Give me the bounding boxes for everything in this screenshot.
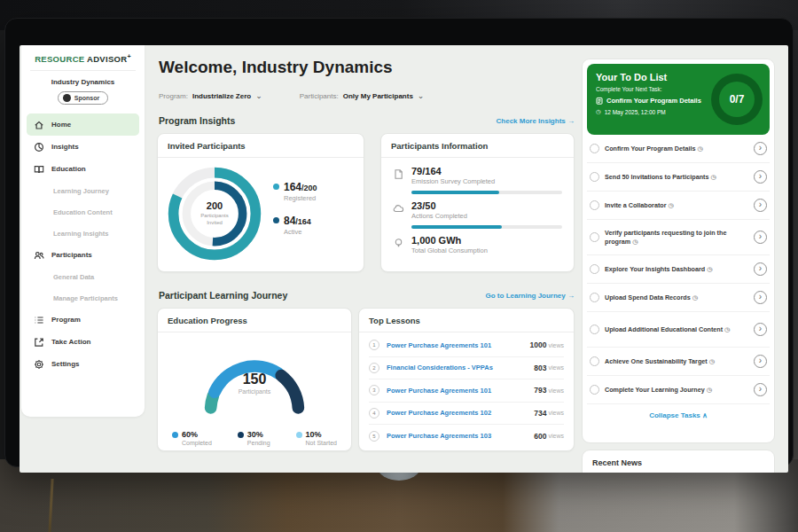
program-select-value: Industrialize Zero (192, 92, 251, 100)
lesson-link[interactable]: Power Purchase Agreements 101 (387, 341, 530, 349)
actions-progressbar (411, 225, 562, 229)
take-action-icon (34, 337, 44, 348)
pending-legend-item: 30% Pending (238, 430, 270, 446)
lesson-link[interactable]: Power Purchase Agreements 103 (387, 432, 534, 440)
clock-icon: ◷ (709, 358, 715, 364)
lesson-link[interactable]: Power Purchase Agreements 102 (387, 409, 534, 417)
task-checkbox[interactable] (590, 264, 599, 274)
todo-task[interactable]: Send 50 Invitations to Participants ◷ › (587, 163, 770, 192)
clock-icon: ◷ (632, 239, 638, 245)
task-checkbox[interactable] (590, 144, 599, 153)
task-go-button[interactable]: › (754, 170, 767, 184)
people-icon (34, 250, 44, 261)
dashboard-screen: RESOURCE ADVISOR+ Industry Dynamics Spon… (20, 45, 788, 473)
collapse-tasks-link[interactable]: Collapse Tasks ∧ (587, 404, 770, 423)
task-checkbox[interactable] (590, 325, 599, 334)
participants-information-title: Participants Information (381, 134, 574, 158)
todo-task[interactable]: Upload Additional Educational Content ◷ … (587, 312, 770, 348)
lesson-rank: 1 (369, 340, 379, 350)
sidebar-item-label: Take Action (51, 338, 90, 346)
chevron-right-icon: › (759, 356, 762, 365)
registered-legend-item: 164/200 Registered (273, 181, 317, 202)
todo-task[interactable]: Complete Your Learning Journey ◷ › (587, 376, 770, 404)
logo-plus: + (127, 53, 130, 59)
task-go-button[interactable]: › (754, 199, 767, 212)
task-go-button[interactable]: › (754, 231, 767, 244)
go-to-learning-journey-link[interactable]: Go to Learning Journey → (486, 292, 575, 300)
org-name: Industry Dynamics (21, 78, 145, 86)
clock-icon: ◷ (692, 294, 698, 301)
lesson-link[interactable]: Power Purchase Agreements 101 (387, 387, 534, 395)
participants-select[interactable]: Participants: Only My Participants ⌄ (300, 91, 425, 100)
education-progress-card: Education Progress 150 Participants 60% … (157, 308, 352, 451)
sidebar-item-learning-journey[interactable]: Learning Journey (21, 180, 145, 201)
monitor-bezel: RESOURCE ADVISOR+ Industry Dynamics Spon… (4, 18, 794, 467)
todo-task[interactable]: Verify participants requesting to join t… (587, 220, 770, 255)
program-select-label: Program: (159, 92, 188, 100)
invited-participants-body: 200 Participants Invited 164/200 Registe… (158, 158, 364, 265)
sidebar-item-label: Learning Journey (53, 187, 109, 195)
lesson-rank: 5 (369, 431, 379, 442)
program-insights-header: Program Insights Check More Insights → (159, 115, 575, 126)
sidebar-item-education[interactable]: Education (21, 158, 145, 180)
chevron-right-icon: › (759, 293, 762, 301)
sidebar-item-general-data[interactable]: General Data (21, 266, 145, 287)
sidebar-item-insights[interactable]: Insights (21, 136, 145, 158)
sidebar-item-label: Home (51, 121, 71, 129)
todo-task[interactable]: Upload Spend Data Records ◷ › (587, 284, 770, 312)
task-go-button[interactable]: › (754, 383, 767, 396)
participants-select-label: Participants: (300, 92, 339, 100)
todo-task[interactable]: Confirm Your Program Details ◷ › (587, 135, 770, 163)
lesson-rank: 3 (369, 385, 379, 395)
clock-icon: ◷ (707, 387, 712, 393)
todo-progress-ring: 0/7 (711, 74, 763, 125)
chevron-down-icon: ⌄ (255, 91, 262, 100)
sidebar-item-manage-participants[interactable]: Manage Participants (21, 287, 145, 309)
home-icon (34, 120, 44, 130)
sidebar-item-label: Settings (51, 360, 80, 368)
sponsor-badge-label: Sponsor (74, 95, 99, 101)
actions-completed-stat: 23/50 Actions Completed (393, 200, 562, 229)
task-checkbox[interactable] (590, 172, 599, 182)
education-progress-legend: 60% Completed 30% Pending 10% Not Starte… (158, 430, 351, 446)
lesson-row: 2 Financial Considerations - VPPAs 803 v… (369, 357, 564, 380)
check-more-insights-link[interactable]: Check More Insights → (497, 117, 575, 125)
task-checkbox[interactable] (590, 293, 599, 302)
sidebar-item-program[interactable]: Program (21, 309, 145, 331)
lesson-row: 4 Power Purchase Agreements 102 734 view… (369, 403, 564, 426)
todo-task[interactable]: Explore Your Insights Dashboard ◷ › (587, 255, 770, 284)
task-go-button[interactable]: › (754, 355, 767, 368)
sidebar-item-learning-insights[interactable]: Learning Insights (21, 223, 145, 244)
task-checkbox[interactable] (590, 200, 599, 210)
book-icon (34, 164, 44, 175)
sidebar-item-label: General Data (53, 273, 94, 281)
task-go-button[interactable]: › (754, 291, 767, 304)
program-select[interactable]: Program: Industrialize Zero ⌄ (159, 91, 262, 100)
page-title: Welcome, Industry Dynamics (159, 58, 393, 77)
task-checkbox[interactable] (590, 232, 599, 242)
task-checkbox[interactable] (590, 356, 599, 366)
views-suffix: views (548, 342, 564, 348)
sidebar-item-settings[interactable]: Settings (21, 353, 145, 375)
chevron-right-icon: › (759, 144, 762, 153)
lesson-views: 803 (534, 364, 546, 372)
sidebar-item-take-action[interactable]: Take Action (21, 331, 145, 353)
active-legend-item: 84/164 Active (273, 215, 317, 236)
lesson-link[interactable]: Financial Considerations - VPPAs (387, 364, 534, 372)
task-checkbox[interactable] (590, 385, 599, 395)
task-go-button[interactable]: › (754, 323, 767, 336)
sidebar-item-home[interactable]: Home (27, 113, 139, 136)
task-go-button[interactable]: › (754, 262, 767, 276)
todo-progress-value: 0/7 (730, 93, 745, 106)
todo-task[interactable]: Achieve One Sustainability Target ◷ › (587, 348, 770, 376)
todo-task[interactable]: Invite a Collaborator ◷ › (587, 192, 770, 220)
bulb-icon (393, 235, 404, 254)
arrow-right-icon: → (567, 117, 575, 125)
list-icon (34, 315, 44, 325)
completed-dot (172, 432, 178, 438)
sidebar-item-label: Manage Participants (53, 294, 118, 302)
sidebar-item-participants[interactable]: Participants (21, 244, 145, 266)
sidebar-item-education-content[interactable]: Education Content (21, 201, 145, 223)
task-go-button[interactable]: › (754, 142, 767, 155)
active-dot (273, 217, 279, 223)
